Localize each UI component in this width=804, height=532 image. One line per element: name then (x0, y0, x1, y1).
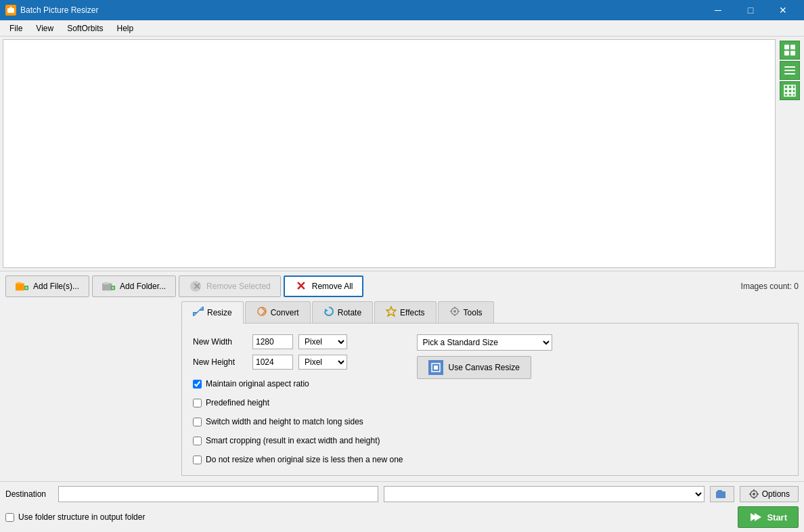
svg-marker-50 (755, 513, 761, 521)
folder-structure-checkbox[interactable] (5, 513, 14, 522)
do-not-resize-checkbox[interactable] (193, 456, 202, 464)
height-label: New Height (193, 357, 247, 367)
width-label: New Width (193, 337, 247, 347)
height-row: New Height Pixel Percent cm inch (193, 355, 403, 370)
grid-view-button[interactable] (780, 81, 800, 100)
tab-resize-label: Resize (207, 308, 232, 317)
svg-rect-41 (716, 491, 725, 498)
bottom-actions: Use folder structure in output folder St… (5, 506, 799, 528)
menu-bar: File View SoftOrbits Help (0, 20, 804, 37)
svg-rect-10 (784, 85, 788, 89)
predefined-height-label[interactable]: Predefined height (206, 398, 269, 407)
height-unit-select[interactable]: Pixel Percent cm inch (298, 355, 347, 370)
add-folder-button[interactable]: + Add Folder... (92, 275, 176, 297)
do-not-resize-row: Do not resize when original size is less… (193, 455, 403, 464)
maintain-aspect-checkbox[interactable] (193, 380, 202, 389)
maintain-aspect-row: Maintain original aspect ratio (193, 379, 403, 389)
destination-label: Destination (5, 489, 53, 499)
remove-selected-label: Remove Selected (206, 282, 271, 291)
width-unit-select[interactable]: Pixel Percent cm inch (298, 334, 347, 349)
tab-resize[interactable]: Resize (181, 301, 244, 324)
tab-tools[interactable]: Tools (438, 301, 494, 323)
width-input[interactable] (252, 334, 293, 349)
use-canvas-resize-label: Use Canvas Resize (449, 363, 520, 372)
tab-effects[interactable]: Effects (374, 301, 436, 323)
svg-marker-32 (386, 307, 396, 316)
start-button[interactable]: Start (738, 506, 799, 528)
tools-tab-icon (449, 306, 460, 319)
smart-cropping-label[interactable]: Smart cropping (result in exact width an… (206, 436, 380, 445)
destination-browse-button[interactable] (710, 486, 734, 502)
remove-all-icon: ✕ (294, 280, 308, 293)
title-bar-controls: ─ □ ✕ (702, 0, 799, 20)
standard-size-select[interactable]: Pick a Standard Size (417, 334, 552, 351)
convert-tab-icon (256, 306, 267, 319)
svg-rect-6 (790, 51, 795, 56)
svg-rect-17 (788, 93, 792, 96)
tab-rotate-label: Rotate (338, 308, 361, 317)
destination-row: Destination Optio (5, 486, 799, 502)
remove-all-button[interactable]: ✕ Remove All (284, 275, 364, 297)
do-not-resize-label[interactable]: Do not resize when original size is less… (206, 455, 403, 464)
svg-rect-18 (792, 93, 795, 96)
height-input[interactable] (252, 355, 293, 370)
maximize-button[interactable]: □ (735, 0, 766, 20)
switch-width-height-checkbox[interactable] (193, 418, 202, 426)
thumbnail-view-button[interactable] (780, 41, 800, 60)
canvas-resize-icon (428, 360, 443, 375)
resize-tab-icon (193, 306, 204, 319)
menu-softorbits[interactable]: SoftOrbits (60, 20, 110, 36)
remove-selected-icon: ✕ (189, 280, 202, 293)
remove-selected-button[interactable]: ✕ Remove Selected (179, 275, 281, 297)
tabs-header: Resize Convert Rotate (181, 301, 799, 324)
svg-rect-14 (788, 89, 792, 93)
close-button[interactable]: ✕ (767, 0, 799, 20)
svg-rect-24 (104, 282, 108, 285)
resize-right: Pick a Standard Size Use Canvas Resize (417, 334, 552, 464)
predefined-height-checkbox[interactable] (193, 399, 202, 407)
minimize-button[interactable]: ─ (702, 0, 734, 20)
title-bar: Batch Picture Resizer ─ □ ✕ (0, 0, 804, 20)
svg-rect-13 (784, 89, 788, 93)
svg-rect-40 (434, 365, 438, 370)
effects-tab-icon (386, 306, 397, 319)
tab-convert[interactable]: Convert (245, 301, 311, 323)
svg-point-34 (453, 310, 456, 313)
menu-file[interactable]: File (3, 20, 29, 36)
menu-help[interactable]: Help (110, 20, 141, 36)
image-area (0, 37, 804, 271)
svg-marker-31 (325, 309, 328, 312)
add-folder-icon: + (102, 280, 116, 293)
rotate-tab-icon (323, 306, 334, 319)
svg-rect-12 (792, 85, 795, 89)
add-files-button[interactable]: + Add File(s)... (5, 275, 89, 297)
remove-all-label: Remove All (312, 282, 353, 291)
start-label: Start (767, 512, 787, 523)
maintain-aspect-label[interactable]: Maintain original aspect ratio (206, 379, 309, 389)
tab-rotate[interactable]: Rotate (312, 301, 373, 323)
smart-cropping-row: Smart cropping (result in exact width an… (193, 436, 403, 445)
svg-rect-11 (788, 85, 792, 89)
resize-left: New Width Pixel Percent cm inch New Heig… (193, 334, 403, 464)
app-title: Batch Picture Resizer (20, 5, 98, 15)
list-view-button[interactable] (780, 61, 800, 80)
options-button[interactable]: Options (740, 486, 799, 502)
svg-text:+: + (25, 285, 28, 291)
smart-cropping-checkbox[interactable] (193, 437, 202, 445)
image-canvas (3, 39, 776, 268)
add-files-icon: + (16, 280, 29, 293)
folder-struct-row: Use folder structure in output folder (5, 512, 145, 522)
tab-tools-label: Tools (464, 308, 483, 317)
switch-width-height-label[interactable]: Switch width and height to match long si… (206, 417, 363, 426)
svg-line-29 (194, 307, 202, 315)
destination-dropdown[interactable] (384, 486, 704, 502)
use-canvas-resize-button[interactable]: Use Canvas Resize (417, 356, 531, 379)
svg-rect-15 (792, 89, 795, 93)
main-container: + Add File(s)... + Add Folder... ✕ (0, 37, 804, 532)
svg-rect-3 (784, 45, 789, 49)
folder-structure-label[interactable]: Use folder structure in output folder (18, 512, 145, 522)
svg-rect-42 (717, 490, 722, 492)
destination-input[interactable] (58, 486, 378, 502)
menu-view[interactable]: View (29, 20, 60, 36)
svg-rect-1 (7, 8, 14, 13)
